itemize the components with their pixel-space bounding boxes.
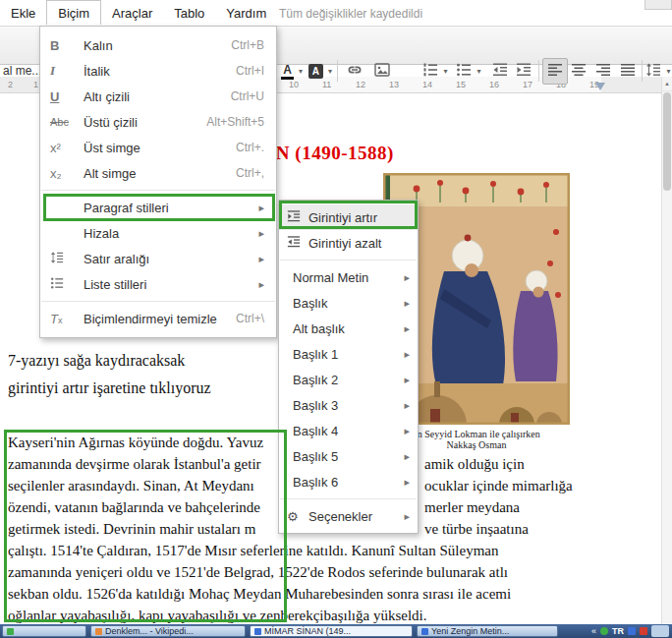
list-styles-icon [50, 276, 84, 293]
align-center-button[interactable] [567, 59, 590, 84]
align-right-button[interactable] [591, 59, 615, 84]
submenu-item-girintiyi-azalt[interactable]: Girintiyi azalt [279, 230, 418, 256]
menu-item-kalin[interactable]: B Kalın Ctrl+B [40, 32, 276, 58]
align-justify-button[interactable] [616, 59, 640, 84]
app-icon [95, 628, 102, 635]
menu-separator [280, 498, 417, 499]
right-indent-marker[interactable] [595, 83, 605, 90]
menu-item-alti-cizili[interactable]: U Altı çizili Ctrl+U [40, 84, 276, 109]
menu-yardim[interactable]: Yardım [215, 1, 277, 25]
format-menu: B Kalın Ctrl+B I İtalik Ctrl+I U Altı çi… [39, 26, 277, 338]
menu-separator [280, 260, 417, 261]
bulleted-list-button[interactable]: ▾ [454, 59, 483, 84]
scroll-up-icon: ▲ [664, 81, 670, 87]
underline-icon: U [50, 89, 84, 104]
submenu-arrow-icon: ▸ [404, 450, 410, 463]
superscript-icon: x² [50, 141, 84, 155]
annotation-box-paragraph [4, 430, 287, 622]
text-color-icon: A [281, 64, 294, 80]
annotation-note-line-2: girintiyi artır işaretine tıklıyoruz [8, 379, 211, 397]
menu-item-italik[interactable]: I İtalik Ctrl+I [40, 58, 276, 84]
highlight-color-button[interactable]: A ▾ [307, 59, 334, 84]
menu-item-alt-simge[interactable]: x₂ Alt simge Ctrl+, [40, 160, 276, 186]
image-icon [374, 62, 390, 82]
numbered-list-button[interactable]: ▾ [420, 59, 450, 84]
submenu-arrow-icon: ▸ [404, 399, 410, 412]
submenu-item-normal-metin[interactable]: Normal Metin ▸ [279, 264, 418, 290]
menu-tablo[interactable]: Tablo [163, 1, 215, 25]
decrease-indent-button[interactable] [487, 59, 513, 84]
align-left-button[interactable] [542, 58, 568, 85]
menu-item-ust-simge[interactable]: x² Üst simge Ctrl+. [40, 135, 276, 160]
bulleted-list-icon [456, 62, 472, 82]
language-indicator[interactable]: TR [612, 626, 624, 636]
taskbar-button-partial[interactable] [2, 625, 86, 637]
submenu-item-baslik-4[interactable]: Başlık 4 ▸ [279, 418, 418, 443]
submenu-item-alt-baslik[interactable]: Alt başlık ▸ [279, 316, 418, 341]
submenu-arrow-icon: ▸ [258, 278, 264, 291]
submenu-item-secenekler[interactable]: ⚙ Seçenekler ▸ [279, 503, 418, 529]
align-right-icon [595, 62, 611, 82]
annotation-box-paragraf-stilleri [43, 194, 275, 221]
taskbar-button-mimar-sinan[interactable]: MİMAR SİNAN (149... [250, 625, 413, 637]
app-icon [254, 628, 261, 635]
submenu-item-baslik[interactable]: Başlık ▸ [279, 290, 418, 316]
chevron-down-icon: ▾ [476, 67, 480, 76]
submenu-arrow-icon: ▸ [404, 425, 410, 437]
scrollbar[interactable]: ▲ [661, 77, 672, 624]
menu-item-liste-stilleri[interactable]: Liste stilleri ▸ [40, 271, 276, 297]
submenu-arrow-icon: ▸ [258, 227, 264, 240]
insert-image-button[interactable] [369, 59, 395, 84]
taskbar-button-vikipedi[interactable]: Denklem... - Vikipedi... [90, 625, 246, 637]
chevron-down-icon: ▾ [328, 67, 332, 76]
indent-decrease-icon [287, 235, 308, 252]
submenu-arrow-icon: ▸ [404, 348, 410, 361]
save-status: Tüm değişiklikler kaydedildi [279, 7, 422, 21]
bold-icon: B [50, 38, 84, 53]
chevron-down-icon: ▾ [666, 67, 670, 76]
taskbar-button-yeni-zengin-metin[interactable]: Yeni Zengin Metin... [417, 625, 558, 637]
menu-bicim[interactable]: Biçim [46, 0, 101, 25]
align-left-icon [547, 62, 563, 82]
tray-green-status-icon[interactable] [600, 627, 608, 635]
scrollbar-thumb[interactable] [663, 92, 671, 191]
align-justify-icon [620, 62, 636, 82]
menu-item-hizala[interactable]: Hizala ▸ [40, 220, 276, 246]
system-tray: « TR [588, 624, 672, 638]
link-icon [347, 62, 363, 82]
submenu-arrow-icon: ▸ [404, 510, 410, 523]
menu-araclar[interactable]: Araçlar [101, 1, 163, 25]
strikethrough-icon: Abc [50, 116, 84, 128]
scroll-up-button[interactable]: ▲ [662, 77, 672, 91]
menu-item-bicimlendirmeyi-temizle[interactable]: Tx Biçimlendirmeyi temizle Ctrl+\ [40, 306, 276, 331]
submenu-item-baslik-3[interactable]: Başlık 3 ▸ [279, 392, 418, 418]
submenu-arrow-icon: ▸ [404, 322, 410, 335]
paragraph-styles-submenu: Girintiyi artır Girintiyi azalt Normal M… [278, 200, 419, 534]
chevron-down-icon: ▾ [443, 67, 447, 76]
submenu-arrow-icon: ▸ [404, 374, 410, 386]
app-icon [421, 628, 428, 635]
tray-app-icon[interactable] [640, 627, 647, 635]
menu-item-ustu-cizili[interactable]: Abc Üstü çizili Alt+Shift+5 [40, 109, 276, 135]
insert-link-button[interactable] [342, 59, 367, 84]
submenu-item-baslik-1[interactable]: Başlık 1 ▸ [279, 341, 418, 367]
tray-keyboard-icon[interactable] [628, 627, 636, 635]
chevron-down-icon: ▾ [299, 67, 303, 76]
menu-item-satir-araligi[interactable]: Satır aralığı ▸ [40, 246, 276, 271]
increase-indent-button[interactable] [511, 59, 536, 84]
submenu-item-baslik-2[interactable]: Başlık 2 ▸ [279, 367, 418, 392]
clock-fragment [651, 625, 669, 637]
menu-separator [41, 301, 275, 302]
menu-separator [41, 190, 275, 191]
text-color-button[interactable]: A ▾ [277, 59, 307, 84]
submenu-item-baslik-5[interactable]: Başlık 5 ▸ [279, 443, 418, 469]
line-spacing-icon [645, 62, 661, 82]
menu-ekle[interactable]: Ekle [0, 1, 46, 25]
toolbar-divider [337, 60, 338, 82]
align-center-icon [571, 62, 587, 82]
submenu-arrow-icon: ▸ [404, 476, 410, 489]
tray-chevron-icon[interactable]: « [591, 626, 596, 636]
google-docs-window: EkleBiçimAraçlarTabloYardım Tüm değişikl… [0, 0, 672, 638]
style-dropdown-value: al me... [3, 64, 41, 78]
submenu-item-baslik-6[interactable]: Başlık 6 ▸ [279, 469, 418, 494]
